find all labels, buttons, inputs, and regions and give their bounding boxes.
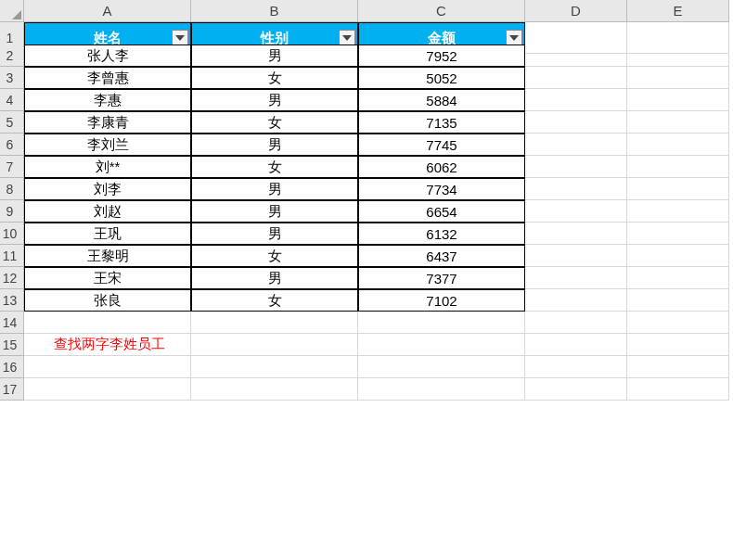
cell-amount[interactable]: 6654 bbox=[358, 200, 525, 223]
column-header-B[interactable]: B bbox=[191, 0, 358, 22]
row-header-13[interactable]: 13 bbox=[0, 289, 24, 312]
row-header-16[interactable]: 16 bbox=[0, 356, 24, 378]
cell-E17[interactable] bbox=[627, 378, 729, 401]
row-header-2[interactable]: 2 bbox=[0, 45, 24, 67]
cell-C16[interactable] bbox=[358, 356, 525, 378]
column-header-A[interactable]: A bbox=[24, 0, 191, 22]
cell-name[interactable]: 李刘兰 bbox=[24, 134, 191, 156]
cell-D15[interactable] bbox=[525, 334, 627, 356]
cell-name[interactable]: 李康青 bbox=[24, 111, 191, 134]
cell-name[interactable]: 刘赵 bbox=[24, 200, 191, 223]
cell-name[interactable]: 王黎明 bbox=[24, 245, 191, 267]
column-header-D[interactable]: D bbox=[525, 0, 627, 22]
cell-E10[interactable] bbox=[627, 223, 729, 245]
cell-A14[interactable] bbox=[24, 312, 191, 334]
cell-C15[interactable] bbox=[358, 334, 525, 356]
cell-gender[interactable]: 女 bbox=[191, 67, 358, 89]
cell-D10[interactable] bbox=[525, 223, 627, 245]
cell-D12[interactable] bbox=[525, 267, 627, 289]
cell-E6[interactable] bbox=[627, 134, 729, 156]
cell-amount[interactable]: 6437 bbox=[358, 245, 525, 267]
cell-gender[interactable]: 男 bbox=[191, 45, 358, 67]
cell-D17[interactable] bbox=[525, 378, 627, 401]
cell-B17[interactable] bbox=[191, 378, 358, 401]
cell-gender[interactable]: 女 bbox=[191, 156, 358, 178]
cell-D4[interactable] bbox=[525, 89, 627, 111]
cell-name[interactable]: 李惠 bbox=[24, 89, 191, 111]
row-header-3[interactable]: 3 bbox=[0, 67, 24, 89]
cell-name[interactable]: 刘李 bbox=[24, 178, 191, 200]
cell-gender[interactable]: 男 bbox=[191, 134, 358, 156]
cell-D5[interactable] bbox=[525, 111, 627, 134]
cell-D9[interactable] bbox=[525, 200, 627, 223]
cell-amount[interactable]: 7745 bbox=[358, 134, 525, 156]
row-header-4[interactable]: 4 bbox=[0, 89, 24, 111]
cell-D6[interactable] bbox=[525, 134, 627, 156]
cell-gender[interactable]: 女 bbox=[191, 245, 358, 267]
cell-amount[interactable]: 7734 bbox=[358, 178, 525, 200]
row-header-15[interactable]: 15 bbox=[0, 334, 24, 356]
cell-amount[interactable]: 6062 bbox=[358, 156, 525, 178]
row-header-5[interactable]: 5 bbox=[0, 111, 24, 134]
cell-amount[interactable]: 6132 bbox=[358, 223, 525, 245]
cell-gender[interactable]: 女 bbox=[191, 111, 358, 134]
cell-name[interactable]: 李曾惠 bbox=[24, 67, 191, 89]
cell-amount[interactable]: 7102 bbox=[358, 289, 525, 312]
cell-E4[interactable] bbox=[627, 89, 729, 111]
cell-D16[interactable] bbox=[525, 356, 627, 378]
cell-amount[interactable]: 7135 bbox=[358, 111, 525, 134]
cell-name[interactable]: 王巩 bbox=[24, 223, 191, 245]
cell-A16[interactable] bbox=[24, 356, 191, 378]
cell-E13[interactable] bbox=[627, 289, 729, 312]
note-cell[interactable]: 查找两字李姓员工 bbox=[24, 334, 191, 356]
cell-B15[interactable] bbox=[191, 334, 358, 356]
cell-A17[interactable] bbox=[24, 378, 191, 401]
cell-B16[interactable] bbox=[191, 356, 358, 378]
column-header-E[interactable]: E bbox=[627, 0, 729, 22]
cell-amount[interactable]: 5884 bbox=[358, 89, 525, 111]
row-header-12[interactable]: 12 bbox=[0, 267, 24, 289]
cell-D2[interactable] bbox=[525, 45, 627, 67]
cell-E11[interactable] bbox=[627, 245, 729, 267]
cell-D3[interactable] bbox=[525, 67, 627, 89]
cell-B14[interactable] bbox=[191, 312, 358, 334]
row-header-14[interactable]: 14 bbox=[0, 312, 24, 334]
cell-E15[interactable] bbox=[627, 334, 729, 356]
cell-gender[interactable]: 男 bbox=[191, 267, 358, 289]
cell-name[interactable]: 张人李 bbox=[24, 45, 191, 67]
cell-gender[interactable]: 男 bbox=[191, 223, 358, 245]
row-header-17[interactable]: 17 bbox=[0, 378, 24, 401]
row-header-8[interactable]: 8 bbox=[0, 178, 24, 200]
cell-gender[interactable]: 男 bbox=[191, 178, 358, 200]
cell-E5[interactable] bbox=[627, 111, 729, 134]
cell-D14[interactable] bbox=[525, 312, 627, 334]
cell-name[interactable]: 刘** bbox=[24, 156, 191, 178]
cell-E2[interactable] bbox=[627, 45, 729, 67]
row-header-9[interactable]: 9 bbox=[0, 200, 24, 223]
cell-D8[interactable] bbox=[525, 178, 627, 200]
row-header-11[interactable]: 11 bbox=[0, 245, 24, 267]
row-header-7[interactable]: 7 bbox=[0, 156, 24, 178]
cell-C17[interactable] bbox=[358, 378, 525, 401]
cell-amount[interactable]: 7952 bbox=[358, 45, 525, 67]
cell-E3[interactable] bbox=[627, 67, 729, 89]
cell-E9[interactable] bbox=[627, 200, 729, 223]
cell-E12[interactable] bbox=[627, 267, 729, 289]
cell-name[interactable]: 王宋 bbox=[24, 267, 191, 289]
cell-D11[interactable] bbox=[525, 245, 627, 267]
cell-D7[interactable] bbox=[525, 156, 627, 178]
column-header-C[interactable]: C bbox=[358, 0, 525, 22]
select-all-corner[interactable] bbox=[0, 0, 24, 22]
cell-E16[interactable] bbox=[627, 356, 729, 378]
cell-gender[interactable]: 男 bbox=[191, 200, 358, 223]
cell-gender[interactable]: 女 bbox=[191, 289, 358, 312]
cell-E7[interactable] bbox=[627, 156, 729, 178]
row-header-10[interactable]: 10 bbox=[0, 223, 24, 245]
cell-amount[interactable]: 7377 bbox=[358, 267, 525, 289]
cell-amount[interactable]: 5052 bbox=[358, 67, 525, 89]
cell-gender[interactable]: 男 bbox=[191, 89, 358, 111]
cell-name[interactable]: 张良 bbox=[24, 289, 191, 312]
cell-E8[interactable] bbox=[627, 178, 729, 200]
cell-C14[interactable] bbox=[358, 312, 525, 334]
row-header-6[interactable]: 6 bbox=[0, 134, 24, 156]
